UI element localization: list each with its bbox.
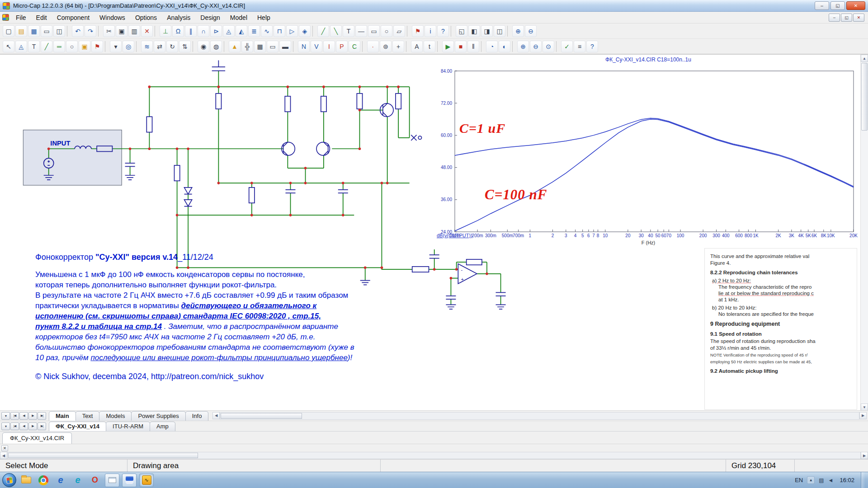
graphics-tool-icon[interactable]: ○: [66, 41, 78, 52]
micro-cap-taskbar-item[interactable]: ∿: [139, 474, 154, 487]
first-tab-button[interactable]: |◀: [10, 422, 19, 430]
scroll-left-button[interactable]: ◀: [0, 452, 7, 459]
opera-icon[interactable]: O: [88, 474, 102, 487]
zoom-area-icon[interactable]: ⊙: [542, 41, 554, 52]
zoom-out-icon[interactable]: ⊖: [525, 25, 537, 37]
battery-component-icon[interactable]: ≣: [248, 25, 260, 37]
rotate-icon[interactable]: ↻: [166, 41, 178, 52]
find-component-icon[interactable]: ◎: [123, 41, 134, 52]
sine-source-component-icon[interactable]: ∿: [261, 25, 273, 37]
scroll-down-button[interactable]: ▼: [861, 404, 868, 410]
help-topics-icon[interactable]: ?: [586, 41, 598, 52]
text-tool-icon[interactable]: T: [28, 41, 40, 52]
wire-mode-icon[interactable]: ╱: [317, 25, 329, 37]
select-mode-icon[interactable]: ↖: [3, 41, 14, 52]
copy-icon[interactable]: ▣: [116, 25, 127, 37]
undo-icon[interactable]: ↶: [72, 25, 84, 37]
trace-expression[interactable]: dB(v(OUTPUT)): [437, 233, 472, 238]
delete-icon[interactable]: ✕: [141, 25, 153, 37]
stop-analysis-icon[interactable]: ■: [455, 41, 467, 52]
info-icon[interactable]: i: [425, 25, 436, 37]
tile-horizontal-icon[interactable]: ◧: [468, 25, 480, 37]
restore-button[interactable]: ◱: [830, 1, 845, 10]
rubberband-icon[interactable]: ╬: [241, 41, 253, 52]
minimize-button[interactable]: –: [815, 1, 829, 10]
print-preview-icon[interactable]: ◫: [53, 25, 65, 37]
show-desktop-button[interactable]: [861, 472, 865, 488]
scroll-right-button[interactable]: ▶: [859, 412, 867, 419]
help-icon[interactable]: ?: [437, 25, 449, 37]
horizontal-scrollbar[interactable]: ◀ ▶: [0, 452, 868, 459]
tab-power-supplies[interactable]: Power Supplies: [131, 411, 185, 421]
scrollbar-thumb[interactable]: [861, 63, 868, 131]
zoom-in-icon[interactable]: ⊕: [512, 25, 524, 37]
chrome-icon[interactable]: [36, 474, 51, 487]
menu-component[interactable]: Component: [52, 12, 94, 23]
ground-component-icon[interactable]: ⊥: [160, 25, 171, 37]
find-icon[interactable]: ◉: [198, 41, 209, 52]
menu-windows[interactable]: Windows: [94, 12, 130, 23]
tab-itu-r-arm[interactable]: ITU-R-ARM: [106, 422, 150, 431]
menu-edit[interactable]: Edit: [31, 12, 52, 23]
redo-icon[interactable]: ↷: [85, 25, 96, 37]
vertical-scrollbar[interactable]: ▲ ▼: [860, 55, 868, 410]
repeat-find-icon[interactable]: ◍: [210, 41, 222, 52]
language-indicator[interactable]: EN: [795, 477, 803, 483]
run-analysis-icon[interactable]: ▶: [442, 41, 454, 52]
free-text-icon[interactable]: t: [424, 41, 435, 52]
calculator-icon[interactable]: ≡: [574, 41, 585, 52]
scrollbar-track[interactable]: [7, 452, 861, 459]
tab-file-circuit[interactable]: ФК_Су-XXI_v14.CIR: [2, 432, 72, 444]
node-numbers-icon[interactable]: N: [298, 41, 310, 52]
diode-component-icon[interactable]: ⊳: [210, 25, 222, 37]
flag-tool-icon[interactable]: ⚑: [412, 25, 424, 37]
warning-check-icon[interactable]: ▲: [229, 41, 241, 52]
tab-list-button[interactable]: ▼: [1, 422, 10, 430]
picture-tool-icon[interactable]: ▱: [393, 25, 405, 37]
last-tab-button[interactable]: ▶|: [38, 422, 46, 430]
scrollbar-track[interactable]: [220, 412, 859, 420]
scroll-left-button[interactable]: ◀: [212, 412, 220, 419]
volume-tray-icon[interactable]: ◄: [828, 477, 834, 483]
next-tab-button[interactable]: ▶: [28, 422, 37, 430]
resistor-component-icon[interactable]: Ω: [172, 25, 184, 37]
probe-icon[interactable]: ◔: [486, 41, 498, 52]
rectangle-tool-icon[interactable]: ▭: [368, 25, 380, 37]
drawing-area[interactable]: INPUT - + ФК_Су-XXI_v14.CIR C18=100n..1u…: [0, 54, 868, 410]
scroll-up-button[interactable]: ▲: [861, 55, 868, 62]
cross-hair-icon[interactable]: +: [392, 41, 404, 52]
clock[interactable]: 16:02: [840, 477, 854, 483]
text-mode-icon[interactable]: T: [343, 25, 354, 37]
flip-icon[interactable]: ⇅: [179, 41, 191, 52]
close-pane-button[interactable]: ✕: [1, 445, 8, 451]
ellipse-tool-icon[interactable]: ○: [381, 25, 392, 37]
scroll-right-button[interactable]: ▶: [861, 452, 868, 459]
tab-info[interactable]: Info: [185, 411, 209, 421]
tab-models[interactable]: Models: [99, 411, 132, 421]
component-mode-icon[interactable]: ◬: [15, 41, 27, 52]
flag-mode-icon[interactable]: ⚑: [91, 41, 103, 52]
next-tab-button[interactable]: ▶: [28, 412, 37, 420]
diagonal-wire-mode-icon[interactable]: ╲: [330, 25, 342, 37]
macro-component-icon[interactable]: ◈: [299, 25, 311, 37]
tab-main[interactable]: Main: [49, 411, 76, 421]
paste-icon[interactable]: ▥: [128, 25, 140, 37]
capacitor-component-icon[interactable]: ∥: [185, 25, 197, 37]
edge-browser-icon[interactable]: e: [71, 474, 85, 487]
menu-analysis[interactable]: Analysis: [162, 12, 195, 23]
animate-icon[interactable]: ◐: [499, 41, 510, 52]
pulse-source-component-icon[interactable]: ⊓: [274, 25, 285, 37]
menu-options[interactable]: Options: [130, 12, 162, 23]
mdi-minimize-button[interactable]: –: [829, 14, 840, 22]
mdi-close-button[interactable]: ✕: [853, 14, 864, 22]
zoom-out-icon[interactable]: ⊖: [530, 41, 542, 52]
pin-names-icon[interactable]: ⊚: [380, 41, 392, 52]
inductor-component-icon[interactable]: ∩: [198, 25, 209, 37]
pause-analysis-icon[interactable]: ‖: [467, 41, 479, 52]
tile-vertical-icon[interactable]: ◨: [481, 25, 493, 37]
input-source-box[interactable]: [23, 130, 122, 185]
scrollbar-thumb[interactable]: [221, 413, 302, 419]
split-window-icon[interactable]: ◫: [494, 25, 505, 37]
close-button[interactable]: ✕: [846, 1, 865, 10]
open-circuit-icon[interactable]: ▤: [15, 25, 27, 37]
